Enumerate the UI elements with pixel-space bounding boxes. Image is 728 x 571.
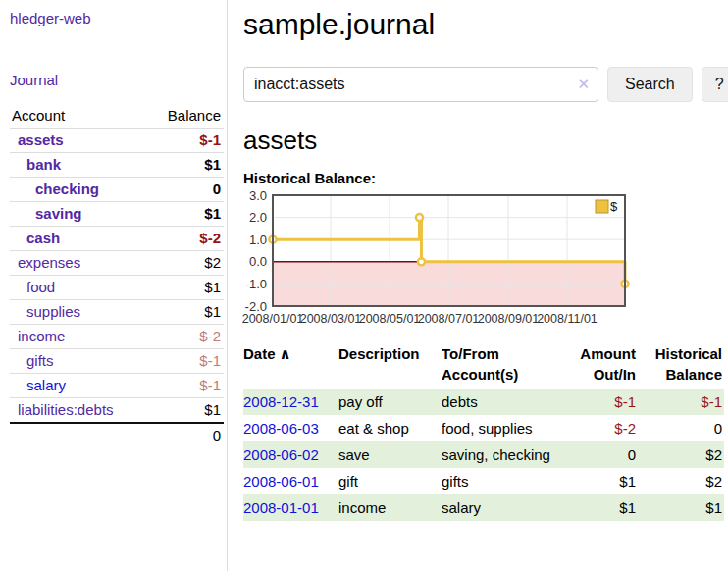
accounts-header-balance: Balance xyxy=(153,104,224,129)
x-tick-label: 2008/01/01 xyxy=(242,312,304,326)
account-link-food[interactable]: food xyxy=(26,279,55,295)
y-tick-label: 2.0 xyxy=(249,210,267,225)
sidebar-item-journal[interactable]: Journal xyxy=(10,72,223,88)
transaction-balance: $-1 xyxy=(638,389,724,415)
transaction-date-link[interactable]: 2008-06-01 xyxy=(243,473,319,490)
transaction-balance: $1 xyxy=(638,494,724,521)
accounts-total-row: 0 xyxy=(10,423,224,447)
account-balance: $1 xyxy=(153,398,224,424)
register-header-balance: Historical Balance xyxy=(638,341,724,389)
transaction-amount: 0 xyxy=(567,441,638,468)
transaction-accounts: saving, checking xyxy=(442,441,567,468)
search-button[interactable]: Search xyxy=(607,67,693,102)
account-balance: $-1 xyxy=(153,374,224,398)
account-balance: 0 xyxy=(153,178,224,202)
register-header-amount: Amount Out/In xyxy=(567,341,638,389)
accounts-header-account: Account xyxy=(10,104,153,129)
account-row: assets$-1 xyxy=(10,129,224,153)
account-link-income[interactable]: income xyxy=(18,328,65,344)
data-point-marker xyxy=(418,258,425,265)
x-tick-label: 2008/07/01 xyxy=(418,312,480,326)
x-tick-label: 2008/03/01 xyxy=(300,312,362,326)
transaction-accounts: food, supplies xyxy=(442,415,567,441)
transaction-amount: $1 xyxy=(567,468,638,494)
account-row: income$-2 xyxy=(10,325,224,349)
legend-label: $ xyxy=(610,199,618,214)
date-header-label: Date xyxy=(243,345,276,362)
account-balance: $-2 xyxy=(153,325,224,349)
help-button[interactable]: ? xyxy=(702,67,728,102)
register-row: 2008-12-31pay offdebts$-1$-1 xyxy=(243,389,724,415)
accounts-table: Account Balance assets$-1bank$1checking0… xyxy=(10,104,224,447)
transaction-balance: $2 xyxy=(638,468,724,494)
register-table-body: 2008-12-31pay offdebts$-1$-12008-06-03ea… xyxy=(243,389,724,521)
transaction-accounts: gifts xyxy=(442,468,567,494)
register-row: 2008-06-01giftgifts$1$2 xyxy=(243,468,724,494)
clear-search-icon[interactable]: ✕ xyxy=(577,75,590,94)
transaction-date-link[interactable]: 2008-12-31 xyxy=(243,393,319,410)
account-row: gifts$-1 xyxy=(10,349,224,374)
search-row: ✕ Search ? xyxy=(243,67,726,102)
page-title: sample.journal xyxy=(243,8,726,41)
account-link-bank[interactable]: bank xyxy=(26,156,61,173)
account-balance: $-2 xyxy=(153,227,224,251)
transaction-amount: $-1 xyxy=(567,389,638,415)
register-row: 2008-01-01incomesalary$1$1 xyxy=(243,494,724,521)
account-row: liabilities:debts$1 xyxy=(10,398,224,424)
transaction-balance: $2 xyxy=(638,441,724,468)
account-link-salary[interactable]: salary xyxy=(26,377,66,393)
account-balance: $-1 xyxy=(153,349,224,374)
accounts-header-row: Account Balance xyxy=(10,104,224,129)
account-balance: $1 xyxy=(153,153,224,178)
account-balance: $1 xyxy=(153,202,224,227)
x-tick-label: 2008/05/01 xyxy=(359,312,421,326)
register-row: 2008-06-02savesaving, checking0$2 xyxy=(243,441,724,468)
account-link-gifts[interactable]: gifts xyxy=(26,352,54,369)
account-row: food$1 xyxy=(10,276,224,300)
account-balance: $1 xyxy=(153,300,224,325)
transaction-description: pay off xyxy=(338,389,442,415)
search-input[interactable] xyxy=(243,67,598,102)
transaction-date-link[interactable]: 2008-01-01 xyxy=(243,499,319,516)
transaction-amount: $1 xyxy=(567,494,638,521)
account-link-cash[interactable]: cash xyxy=(26,230,60,246)
account-row: salary$-1 xyxy=(10,374,224,398)
legend-swatch xyxy=(596,200,608,213)
search-box: ✕ xyxy=(243,67,598,102)
sidebar: hledger-web Journal Account Balance asse… xyxy=(0,0,228,571)
transaction-description: eat & shop xyxy=(338,415,442,441)
account-balance: $-1 xyxy=(153,129,224,153)
accounts-total-value: 0 xyxy=(153,423,224,447)
accounts-table-body: assets$-1bank$1checking0saving$1cash$-2e… xyxy=(10,129,224,448)
sort-asc-icon: ∧ xyxy=(280,345,291,362)
account-link-liabilities-debts[interactable]: liabilities:debts xyxy=(18,401,114,418)
transaction-date-link[interactable]: 2008-06-03 xyxy=(243,420,319,437)
register-header-description: Description xyxy=(338,341,442,389)
transaction-date-link[interactable]: 2008-06-02 xyxy=(243,446,319,463)
chart-title: Historical Balance: xyxy=(243,170,726,186)
transaction-description: save xyxy=(338,441,442,468)
account-row: supplies$1 xyxy=(10,300,224,325)
register-row: 2008-06-03eat & shopfood, supplies$-20 xyxy=(243,415,724,441)
transaction-amount: $-2 xyxy=(567,415,638,441)
x-tick-label: 2008/11/01 xyxy=(537,312,598,326)
register-header-row: Date∧ Description To/From Account(s) Amo… xyxy=(243,341,724,389)
account-link-expenses[interactable]: expenses xyxy=(18,254,80,271)
account-row: saving$1 xyxy=(10,202,224,227)
transaction-description: income xyxy=(338,494,442,521)
transaction-balance: 0 xyxy=(638,415,724,441)
app-title-link[interactable]: hledger-web xyxy=(10,10,91,26)
y-tick-label: 1.0 xyxy=(249,233,267,247)
account-row: bank$1 xyxy=(10,153,224,178)
register-header-date[interactable]: Date∧ xyxy=(243,341,338,389)
account-link-saving[interactable]: saving xyxy=(35,205,82,222)
main-content: sample.journal ✕ Search ? assets Histori… xyxy=(228,0,728,521)
account-row: checking0 xyxy=(10,178,224,202)
account-row: expenses$2 xyxy=(10,251,224,276)
account-link-assets[interactable]: assets xyxy=(18,131,64,148)
transaction-accounts: debts xyxy=(442,389,567,415)
account-balance: $2 xyxy=(153,251,224,276)
register-header-accounts: To/From Account(s) xyxy=(442,341,567,389)
account-link-checking[interactable]: checking xyxy=(35,181,99,197)
account-link-supplies[interactable]: supplies xyxy=(26,303,80,320)
